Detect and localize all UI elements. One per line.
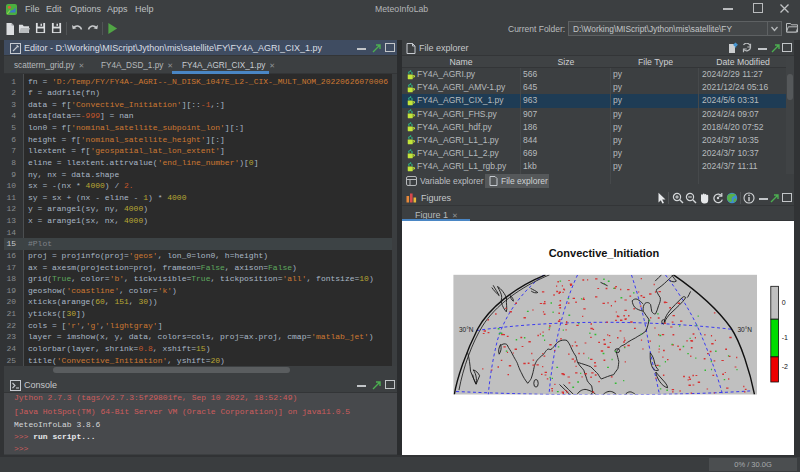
svg-text:0: 0: [782, 299, 786, 306]
svg-text:30°N: 30°N: [459, 326, 474, 333]
svg-text:Convective_Initiation: Convective_Initiation: [549, 247, 660, 259]
svg-text:-1: -1: [782, 334, 788, 341]
svg-text:30°N: 30°N: [738, 326, 753, 333]
svg-text:-2: -2: [782, 363, 788, 370]
